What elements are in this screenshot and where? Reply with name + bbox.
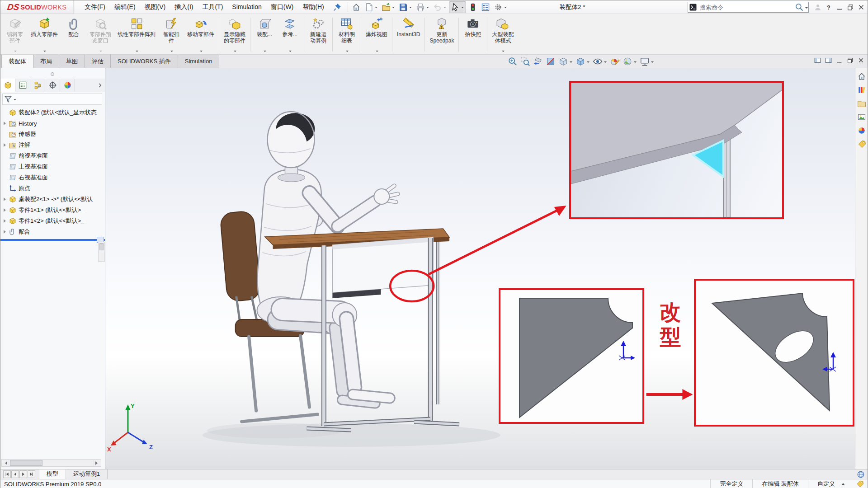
dropdown-caret-icon[interactable] bbox=[375, 7, 377, 9]
dropdown-caret-icon[interactable] bbox=[346, 51, 349, 53]
zoom-fit-button[interactable] bbox=[507, 56, 519, 67]
dropdown-caret-icon[interactable] bbox=[587, 61, 590, 64]
panel-tab-displaymanager[interactable] bbox=[60, 79, 75, 92]
appearances-icon[interactable] bbox=[857, 126, 866, 135]
hide-show-items-button[interactable] bbox=[592, 56, 608, 67]
dropdown-caret-icon[interactable] bbox=[136, 51, 138, 53]
tree-item[interactable]: 上视基准面 bbox=[0, 161, 104, 172]
ribbon-move-component-button[interactable]: 移动零部件 bbox=[184, 15, 217, 54]
hscroll-right-button[interactable] bbox=[94, 460, 101, 466]
tree-item[interactable]: A注解 bbox=[0, 140, 104, 150]
menu-item-4[interactable]: 工具(T) bbox=[198, 0, 227, 14]
document-properties-button[interactable] bbox=[480, 1, 491, 13]
file-explorer-icon[interactable] bbox=[857, 99, 866, 108]
ribbon-edit-component-button[interactable]: 编辑零 部件 bbox=[2, 15, 28, 54]
dropdown-caret-icon[interactable] bbox=[392, 7, 395, 9]
ribbon-exploded-view-button[interactable]: 爆炸视图 bbox=[363, 15, 391, 54]
command-tab-5[interactable]: Simulation bbox=[178, 55, 220, 68]
display-style-button[interactable] bbox=[575, 56, 591, 67]
pane-right-button[interactable] bbox=[825, 56, 832, 66]
menu-item-5[interactable]: Simulation bbox=[227, 0, 266, 14]
menu-item-7[interactable]: 帮助(H) bbox=[298, 0, 328, 14]
ribbon-reference-geometry-button[interactable]: 参考... bbox=[277, 15, 302, 54]
panel-tab-configurationmanager[interactable] bbox=[30, 79, 45, 92]
pin-toolbar-button[interactable] bbox=[331, 2, 343, 12]
ribbon-new-motion-study-button[interactable]: 新建运 动算例 bbox=[306, 15, 331, 54]
search-dropdown-caret[interactable] bbox=[805, 7, 808, 10]
panel-splitter-handle[interactable] bbox=[51, 72, 54, 76]
expand-arrow-icon[interactable] bbox=[3, 197, 9, 201]
ribbon-smart-fasteners-button[interactable]: 智能扣 件 bbox=[159, 15, 184, 54]
menu-item-3[interactable]: 插入(I) bbox=[170, 0, 198, 14]
ribbon-assembly-features-button[interactable]: 装配... bbox=[252, 15, 277, 54]
nav-last-button[interactable] bbox=[28, 470, 35, 478]
ribbon-component-preview-window-button[interactable]: 零部件预 览窗口 bbox=[86, 15, 114, 54]
resources-home-icon[interactable] bbox=[857, 72, 866, 81]
design-library-icon[interactable] bbox=[857, 85, 866, 94]
ribbon-mate-button[interactable]: 配合 bbox=[61, 15, 86, 54]
tree-item[interactable]: History bbox=[0, 118, 104, 129]
expand-arrow-icon[interactable] bbox=[3, 230, 9, 234]
filter-icon[interactable] bbox=[4, 95, 12, 103]
command-search[interactable] bbox=[688, 2, 809, 13]
panel-tab-propertymanager[interactable] bbox=[15, 79, 30, 92]
ribbon-instant3d-button[interactable]: Instant3D bbox=[394, 15, 423, 54]
document-tab-0[interactable]: 模型 bbox=[39, 469, 66, 479]
menu-item-2[interactable]: 视图(V) bbox=[140, 0, 170, 14]
nav-prev-button[interactable] bbox=[11, 470, 19, 478]
traffic-light-button[interactable] bbox=[467, 1, 479, 13]
ribbon-linear-component-pattern-button[interactable]: 线性零部件阵列 bbox=[114, 15, 159, 54]
dropdown-caret-icon[interactable] bbox=[651, 61, 654, 64]
expand-arrow-icon[interactable] bbox=[3, 143, 9, 147]
dropdown-caret-icon[interactable] bbox=[99, 51, 102, 53]
tree-item[interactable]: 传感器 bbox=[0, 129, 104, 140]
view-settings-button[interactable] bbox=[639, 56, 655, 67]
panel-vertical-scrollbar[interactable] bbox=[98, 242, 105, 262]
ribbon-show-hidden-components-button[interactable]: 显示隐藏 的零部件 bbox=[221, 15, 249, 54]
command-tab-0[interactable]: 装配体 bbox=[1, 55, 33, 68]
nav-first-button[interactable] bbox=[3, 470, 11, 478]
expand-arrow-icon[interactable] bbox=[3, 208, 9, 212]
command-tab-4[interactable]: SOLIDWORKS 插件 bbox=[110, 55, 178, 68]
open-button[interactable] bbox=[380, 1, 396, 13]
dropdown-caret-icon[interactable] bbox=[289, 51, 292, 53]
panel-horizontal-scrollbar[interactable] bbox=[1, 459, 101, 467]
status-item-2[interactable]: 自定义 bbox=[808, 479, 854, 488]
dropdown-caret-icon[interactable] bbox=[504, 7, 507, 9]
tree-split-bar[interactable] bbox=[0, 239, 105, 241]
dropdown-caret-icon[interactable] bbox=[200, 51, 203, 53]
hscroll-thumb[interactable] bbox=[10, 460, 42, 466]
command-tab-1[interactable]: 布局 bbox=[33, 55, 59, 68]
dropdown-caret-icon[interactable] bbox=[409, 7, 412, 9]
tree-item[interactable]: 零件1<1> (默认<<默认>_ bbox=[0, 205, 104, 216]
ribbon-insert-component-button[interactable]: 插入零部件 bbox=[28, 15, 61, 54]
win-close-button[interactable] bbox=[857, 56, 865, 66]
tree-item[interactable]: 右视基准面 bbox=[0, 172, 104, 183]
home-button[interactable] bbox=[350, 1, 362, 13]
expand-arrow-icon[interactable] bbox=[3, 122, 9, 125]
nav-next-button[interactable] bbox=[19, 470, 27, 478]
ribbon-bill-of-materials-button[interactable]: 材料明 细表 bbox=[334, 15, 359, 54]
dropdown-caret-icon[interactable] bbox=[634, 61, 637, 64]
tree-item[interactable]: 原点 bbox=[0, 183, 104, 194]
previous-view-button[interactable] bbox=[532, 56, 544, 67]
menu-item-6[interactable]: 窗口(W) bbox=[266, 0, 298, 14]
tree-item[interactable]: 零件1<2> (默认<<默认>_ bbox=[0, 216, 104, 226]
win-close-button[interactable] bbox=[856, 2, 867, 13]
dropdown-caret-icon[interactable] bbox=[43, 51, 46, 53]
panel-expand-button[interactable] bbox=[95, 79, 105, 92]
dropdown-caret-icon[interactable] bbox=[234, 51, 236, 53]
edit-appearance-button[interactable] bbox=[609, 56, 621, 67]
search-icon[interactable] bbox=[795, 3, 804, 12]
menu-item-0[interactable]: 文件(F) bbox=[80, 0, 110, 14]
dropdown-caret-icon[interactable] bbox=[502, 51, 505, 53]
help-button[interactable]: ? bbox=[823, 2, 834, 13]
custom-properties-icon[interactable] bbox=[857, 140, 866, 149]
win-minimize-button[interactable] bbox=[835, 56, 843, 66]
view-orientation-button[interactable] bbox=[557, 56, 574, 67]
dropdown-caret-icon[interactable] bbox=[443, 7, 446, 9]
tag-icon[interactable] bbox=[856, 480, 864, 488]
new-document-button[interactable] bbox=[363, 1, 379, 13]
graphics-viewport[interactable]: X Y Z bbox=[105, 68, 855, 469]
pane-left-button[interactable] bbox=[814, 56, 821, 66]
